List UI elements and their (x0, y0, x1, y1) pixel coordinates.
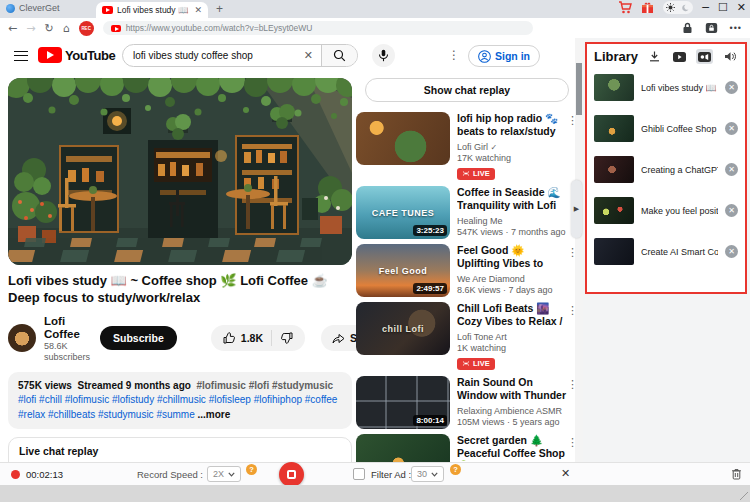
show-chat-replay-button[interactable]: Show chat replay (365, 78, 569, 102)
light-mode-icon (666, 3, 675, 12)
suggested-video[interactable]: CAFE TUNES 3:25:23 Coffee in Seaside 🌊 T… (356, 186, 578, 239)
filter-ad-label: Filter Ad : (371, 469, 411, 480)
trash-icon[interactable] (731, 468, 742, 480)
title-bar: CleverGet Lofi vibes study 📖 ~ ✕ + (0, 0, 750, 18)
youtube-favicon (102, 6, 113, 14)
library-item[interactable]: Ghibli Coffee Shop ☕ M... ✕ (587, 108, 745, 149)
suggested-thumbnail: CAFE TUNES 3:25:23 (356, 186, 450, 239)
channel-name[interactable]: Lofi Coffee (44, 315, 90, 341)
youtube-logo-text: YouTube (65, 48, 115, 63)
signin-button[interactable]: Sign in (468, 45, 540, 67)
browser-menu-icon[interactable]: ••• (730, 23, 742, 33)
header-menu-icon[interactable]: ⋮ (448, 48, 460, 62)
chevron-down-icon (431, 472, 438, 477)
capture-lock-icon[interactable] (705, 22, 718, 34)
suggested-video[interactable]: chill Lofi Chill Lofi Beats 🌆 Cozy Vibes… (356, 302, 578, 371)
home-button[interactable]: ⌂ (63, 22, 70, 35)
forward-button[interactable]: → (26, 22, 35, 35)
recording-dot-icon (11, 470, 20, 479)
audio-tab-icon[interactable] (721, 49, 738, 64)
remove-item-icon[interactable]: ✕ (725, 163, 738, 176)
collapse-arrow-icon: ▶ (574, 205, 579, 213)
remove-item-icon[interactable]: ✕ (725, 81, 738, 94)
youtube-play-icon (38, 47, 62, 63)
cleverget-logo-icon (6, 4, 15, 13)
search-value: lofi vibes study coffee shop (123, 50, 296, 61)
subscribe-button[interactable]: Subscribe (100, 326, 177, 350)
video-player[interactable] (8, 78, 352, 265)
like-button[interactable]: 1.8K (215, 332, 271, 344)
live-chat-replay-box: Live chat replay See what others said ab… (8, 437, 352, 462)
suggested-thumbnail: Feel Good 2:49:57 (356, 244, 450, 297)
video-tab-icon[interactable] (671, 49, 688, 64)
cart-icon[interactable] (618, 1, 632, 14)
suggested-video[interactable]: 24:18:44 Secret garden 🌲 Peaceful Coffee… (356, 434, 578, 462)
channel-avatar[interactable] (8, 324, 36, 352)
duration-badge: 8:00:14 (413, 415, 447, 426)
speed-help-badge[interactable]: ? (246, 464, 257, 475)
suggested-video[interactable]: 8:00:14 Rain Sound On Window with Thunde… (356, 376, 578, 429)
tab-close-icon[interactable]: ✕ (194, 5, 202, 15)
person-icon (478, 50, 491, 63)
address-bar[interactable]: https://www.youtube.com/watch?v=bLEysyt0… (103, 21, 533, 35)
record-timer: 00:02:13 (26, 469, 63, 480)
library-item[interactable]: Make you feel positive an... ✕ (587, 190, 745, 231)
stop-record-button[interactable] (279, 462, 304, 487)
description-more[interactable]: ...more (198, 409, 231, 420)
minimize-button[interactable]: ─ (702, 1, 709, 14)
reload-button[interactable]: ↻ (44, 22, 53, 35)
verified-icon: ✓ (491, 143, 498, 152)
rec-button[interactable]: REC (79, 21, 94, 36)
download-tab-icon[interactable] (646, 49, 663, 64)
signin-label: Sign in (495, 50, 530, 62)
search-clear-icon[interactable]: ✕ (296, 49, 321, 62)
live-badge: LIVE (457, 358, 495, 370)
search-input[interactable]: lofi vibes study coffee shop ✕ (122, 44, 358, 67)
dark-mode-icon (682, 4, 690, 12)
remove-item-icon[interactable]: ✕ (725, 245, 738, 258)
remove-item-icon[interactable]: ✕ (725, 204, 738, 217)
back-button[interactable]: ← (8, 22, 17, 35)
dislike-button[interactable] (272, 332, 301, 344)
video-title: Lofi vibes study 📖 ~ Coffee shop 🌿 Lofi … (8, 273, 352, 307)
maximize-button[interactable]: ☐ (718, 1, 728, 14)
search-button[interactable] (321, 45, 357, 66)
filter-help-badge[interactable]: ? (450, 464, 461, 475)
scrollbar-thumb[interactable] (576, 63, 582, 115)
description-top-tags: #lofimusic #lofi #studymusic (196, 380, 333, 391)
library-item[interactable]: Creating a ChatGPT Contr... ✕ (587, 149, 745, 190)
record-speed-select[interactable]: 2X (207, 466, 241, 482)
library-item[interactable]: Create AI Smart Contract ... ✕ (587, 231, 745, 272)
panel-collapse-handle[interactable]: ▶ (571, 180, 582, 238)
record-tab-icon[interactable] (696, 49, 713, 64)
share-icon (332, 333, 345, 344)
gift-icon[interactable] (641, 1, 654, 14)
subscriber-count: 58.6K subscribers (44, 341, 90, 362)
description-hashtags[interactable]: #lofi #chill #lofimusic #lofistudy #chil… (18, 394, 337, 420)
resize-grip[interactable] (740, 492, 748, 500)
library-item[interactable]: Lofi vibes study 📖 ~ Cof... ✕ (587, 67, 745, 108)
voice-search-button[interactable] (372, 44, 395, 67)
filter-ad-checkbox[interactable] (353, 468, 365, 480)
duration-badge: 2:49:57 (413, 283, 447, 294)
suggested-video[interactable]: Feel Good 2:49:57 Feel Good 🌞 Uplifting … (356, 244, 578, 297)
browser-tab[interactable]: Lofi vibes study 📖 ~ ✕ (96, 2, 208, 18)
theme-toggle[interactable] (663, 1, 693, 14)
suggested-thumbnail (356, 112, 450, 165)
browser-toolbar: ← → ↻ ⌂ REC https://www.youtube.com/watc… (0, 18, 750, 38)
new-tab-button[interactable]: + (216, 2, 223, 16)
page-scrollbar[interactable] (575, 38, 583, 462)
description-box[interactable]: 575K views Streamed 9 months ago #lofimu… (8, 372, 352, 430)
close-button[interactable]: ✕ (737, 1, 746, 14)
library-thumbnail (594, 115, 634, 142)
remove-item-icon[interactable]: ✕ (725, 122, 738, 135)
like-count: 1.8K (241, 332, 263, 344)
like-dislike-group: 1.8K (211, 325, 305, 351)
youtube-logo[interactable]: YouTube (38, 47, 115, 63)
library-thumbnail (594, 197, 634, 224)
suggested-video[interactable]: lofi hip hop radio 🐾 beats to relax/stud… (356, 112, 578, 181)
menu-icon[interactable] (14, 51, 28, 61)
filter-ad-select[interactable]: 30 (411, 466, 444, 482)
lock-icon[interactable] (682, 22, 693, 34)
record-bar-close-icon[interactable]: ✕ (561, 467, 570, 480)
